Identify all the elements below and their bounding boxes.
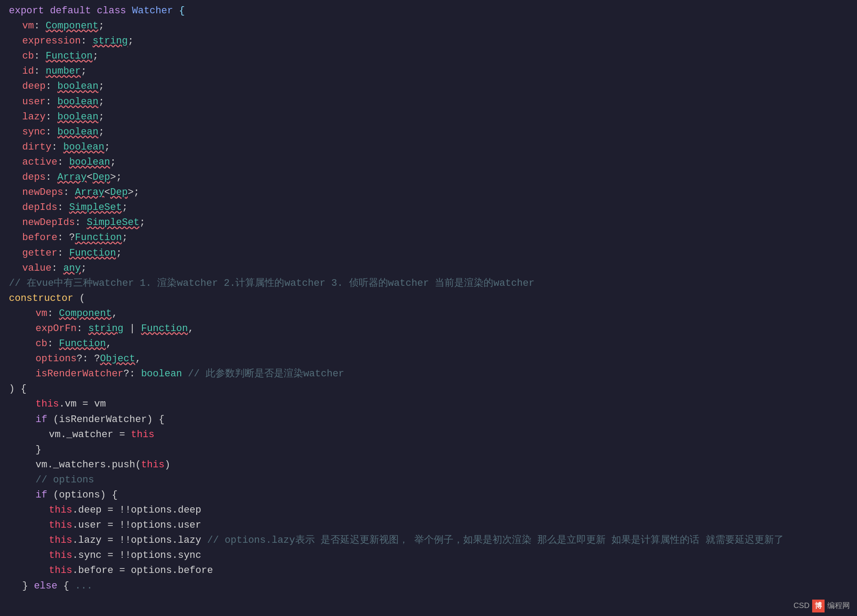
type-boolean: boolean [57,110,98,125]
prop-deps: deps [22,170,46,185]
type-function5: Function [59,336,106,351]
code-line: this.user = !!options.user [0,518,857,533]
code-line: this.sync = !!options.sync [0,548,857,563]
prop-depids: depIds [22,200,57,215]
semi: ; [139,215,145,230]
paren-close: ) [164,458,170,473]
prop-lazy: lazy [22,110,46,125]
prop-vm: vm [22,19,34,34]
type-string: string [92,34,127,49]
code-editor: export default class Watcher { vm: Compo… [0,0,857,616]
space [182,367,188,382]
semi: ; [122,200,127,215]
code-line: constructor ( [0,291,857,306]
code-line: this.lazy = !!options.lazy // options.la… [0,533,857,548]
colon: : [75,215,87,230]
comma: , [106,336,111,351]
type-simpleset: SimpleSet [69,200,122,215]
keyword-constructor: constructor [9,291,79,306]
code-line: expOrFn: string | Function, [0,321,857,336]
type-any: any [63,261,81,276]
code-line: } [0,442,857,458]
this-keyword7: this [49,548,72,563]
type-function4: Function [141,321,188,336]
comment-render-watcher: // 此参数判断是否是渲染watcher [188,367,344,382]
code-line: cb: Function, [0,336,857,351]
paren-open: (isRenderWatcher) { [53,412,165,427]
vm-watcher: vm._watcher = [49,427,131,442]
prop-expression: expression [22,34,81,49]
this-keyword4: this [49,503,72,518]
semi: ; [116,246,122,261]
prop-active: active [22,155,57,170]
type-component2: Component [59,306,112,321]
code-line-comment: // options [0,473,857,488]
this-keyword3: this [141,458,165,473]
colon: : [57,155,69,170]
comma: , [135,351,141,367]
code-line: ) { [0,382,857,397]
ellipsis: ... [69,579,93,594]
prop-newdepids: newDepIds [22,215,75,230]
code-line: } else { ... [0,579,857,594]
colon: : [57,200,69,215]
semi: ; [104,140,110,155]
semi: ; [110,155,116,170]
angle-bracket: < [87,170,92,185]
colon: : [46,79,57,94]
type-function3: Function [69,246,116,261]
keyword-class: class [97,4,132,19]
comment-lazy: // options.lazy表示 是否延迟更新视图， 举个例子，如果是初次渲染… [207,533,783,548]
prop-cb: cb [22,49,34,64]
colon: : [76,321,88,336]
keyword-export: export [9,4,50,19]
code-line: deep: boolean; [0,79,857,94]
type-boolean: boolean [57,95,98,110]
prop-dirty: dirty [22,140,52,155]
colon: : [47,306,59,321]
angle-bracket-close: >; [110,170,122,185]
dot-before: .before = options.before [72,563,213,578]
watermark-site: 编程网 [827,600,850,612]
code-line: this.before = options.before [0,563,857,578]
code-line: expression: string; [0,34,857,49]
code-line: dirty: boolean; [0,140,857,155]
colon: : [57,246,69,261]
colon: : [46,95,57,110]
code-line: vm._watcher = this [0,427,857,442]
code-line: id: number; [0,64,857,79]
code-line: if (isRenderWatcher) { [0,412,857,427]
pipe: | [123,321,141,336]
dot-deep: .deep = !!options.deep [72,503,201,518]
prop-getter: getter [22,246,57,261]
semi: ; [99,95,104,110]
semi: ; [99,125,104,140]
type-dep2: Dep [110,185,128,200]
type-boolean: boolean [69,155,110,170]
code-line: before: ?Function; [0,230,857,245]
code-line: active: boolean; [0,155,857,170]
type-simpleset2: SimpleSet [87,215,139,230]
code-line: this.vm = vm [0,397,857,412]
colon: : ? [57,230,75,245]
code-line: isRenderWatcher?: boolean // 此参数判断是否是渲染w… [0,367,857,382]
dot-sync: .sync = !!options.sync [72,548,201,563]
code-line: sync: boolean; [0,125,857,140]
comment-options: // options [36,473,94,488]
dot-user: .user = !!options.user [72,518,201,533]
type-boolean2: boolean [141,367,182,382]
colon: : [52,261,63,276]
code-line: vm: Component; [0,19,857,34]
code-line: depIds: SimpleSet; [0,200,857,215]
paren-close-brace: ) { [9,382,27,397]
angle-bracket-close2: >; [128,185,139,200]
code-line: deps: Array<Dep>; [0,170,857,185]
code-line: this.deep = !!options.deep [0,503,857,518]
colon: : [34,49,45,64]
semi: ; [128,34,134,49]
code-line: options?: ?Object, [0,351,857,367]
code-line: cb: Function; [0,49,857,64]
code-line: export default class Watcher { [0,4,857,19]
dot-lazy: .lazy = !!options.lazy [72,533,207,548]
code-line: vm._watchers.push(this) [0,458,857,473]
